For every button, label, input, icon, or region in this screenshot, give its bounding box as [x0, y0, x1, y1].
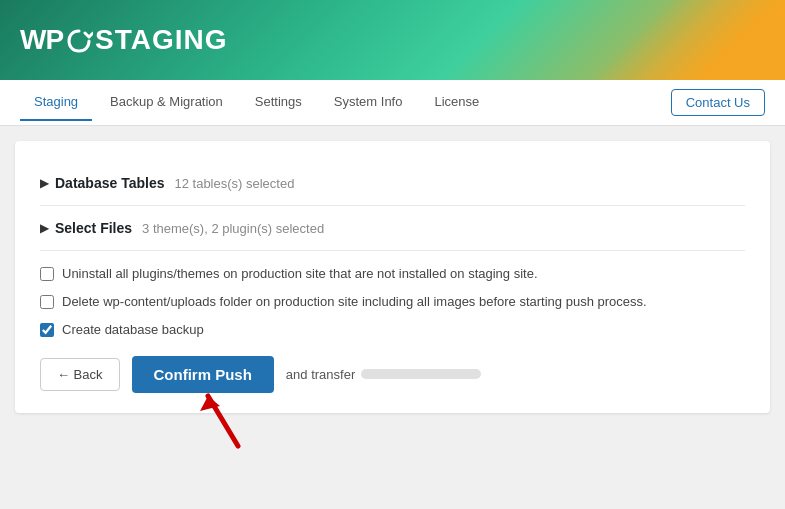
- checkbox-delete-label: Delete wp-content/uploads folder on prod…: [62, 293, 647, 311]
- select-files-section: ▶ Select Files 3 theme(s), 2 plugin(s) s…: [40, 206, 745, 251]
- checkbox-backup[interactable]: [40, 323, 54, 337]
- button-row: ← Back Confirm Push and transfer: [40, 356, 745, 393]
- transfer-text: and transfer: [286, 367, 355, 382]
- checkbox-row-delete: Delete wp-content/uploads folder on prod…: [40, 293, 745, 311]
- select-files-arrow[interactable]: ▶: [40, 221, 49, 235]
- arrow-indicator: [198, 381, 258, 455]
- logo-wp-text: WP: [20, 24, 63, 56]
- back-button[interactable]: ← Back: [40, 358, 120, 391]
- select-files-subtitle: 3 theme(s), 2 plugin(s) selected: [142, 221, 324, 236]
- nav-item-settings[interactable]: Settings: [241, 84, 316, 121]
- select-files-title: Select Files: [55, 220, 132, 236]
- checkbox-delete[interactable]: [40, 295, 54, 309]
- checkbox-uninstall[interactable]: [40, 267, 54, 281]
- database-tables-title: Database Tables: [55, 175, 164, 191]
- nav-item-sysinfo[interactable]: System Info: [320, 84, 417, 121]
- logo-staging-text: STAGING: [95, 24, 227, 56]
- progress-bar-bg: [361, 369, 481, 379]
- logo: WP STAGING: [20, 24, 228, 56]
- logo-icon: [65, 27, 93, 55]
- transfer-bar: and transfer: [286, 367, 481, 382]
- red-arrow-svg: [198, 381, 258, 451]
- nav-item-backup[interactable]: Backup & Migration: [96, 84, 237, 121]
- main-content: ▶ Database Tables 12 tables(s) selected …: [15, 141, 770, 413]
- nav-bar: Staging Backup & Migration Settings Syst…: [0, 80, 785, 126]
- database-tables-section: ▶ Database Tables 12 tables(s) selected: [40, 161, 745, 206]
- checkbox-backup-label: Create database backup: [62, 321, 204, 339]
- nav-item-license[interactable]: License: [420, 84, 493, 121]
- checkbox-row-backup: Create database backup: [40, 321, 745, 339]
- checkbox-uninstall-label: Uninstall all plugins/themes on producti…: [62, 265, 538, 283]
- checkbox-row-uninstall: Uninstall all plugins/themes on producti…: [40, 265, 745, 283]
- header: WP STAGING: [0, 0, 785, 80]
- checkbox-section: Uninstall all plugins/themes on producti…: [40, 251, 745, 340]
- database-tables-arrow[interactable]: ▶: [40, 176, 49, 190]
- nav-item-staging[interactable]: Staging: [20, 84, 92, 121]
- database-tables-subtitle: 12 tables(s) selected: [174, 176, 294, 191]
- contact-us-button[interactable]: Contact Us: [671, 89, 765, 116]
